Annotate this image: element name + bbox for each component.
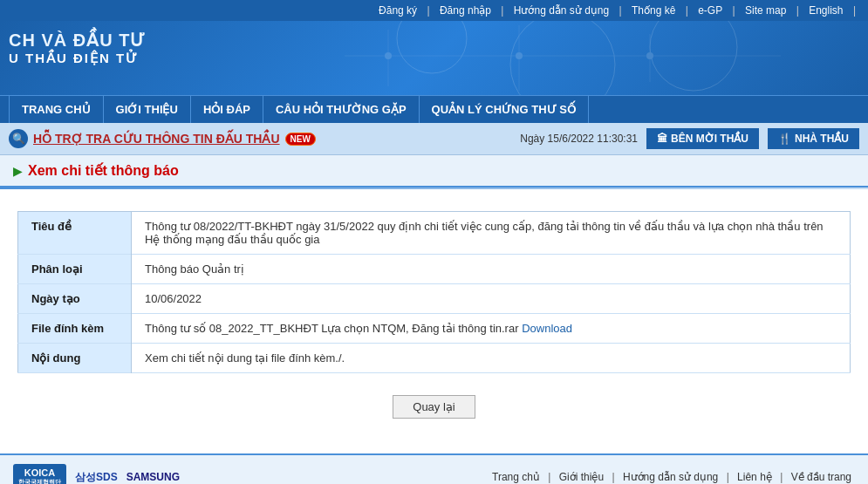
download-link[interactable]: Download: [522, 322, 572, 335]
nav-gioi-thieu[interactable]: GIỚI THIỆU: [104, 96, 191, 123]
value-tieu-de: Thông tư 08/2022/TT-BKHĐT ngày 31/5/2022…: [132, 212, 851, 255]
logo-line1: CH VÀ ĐẦU TƯ: [9, 30, 146, 51]
main-navigation: TRANG CHỦ GIỚI THIỆU HỎI ĐÁP CÂU HỎI THƯ…: [0, 95, 868, 123]
nav-cau-hoi[interactable]: CÂU HỎI THƯỜNG GẶP: [263, 96, 420, 123]
value-noi-dung: Xem chi tiết nội dung tại file đính kèm.…: [132, 344, 851, 373]
table-row: Phân loại Thông báo Quản trị: [18, 255, 851, 284]
label-file-dinh-kem: File đính kèm: [18, 314, 132, 344]
search-icon: 🔍: [9, 129, 28, 148]
button-row: Quay lại: [17, 395, 851, 419]
search-bar: 🔍 HỖ TRỢ TRA CỨU THÔNG TIN ĐẤU THẦU NEW …: [0, 123, 868, 155]
svg-point-8: [516, 52, 523, 59]
samsung-sds-logo: 삼성SDS: [75, 470, 118, 485]
value-ngay-tao: 10/06/2022: [132, 284, 851, 314]
nav-huong-dan[interactable]: Hướng dẫn sử dụng: [514, 4, 609, 17]
nav-hoi-dap[interactable]: HỎI ĐÁP: [191, 96, 263, 123]
title-divider: [0, 187, 868, 189]
svg-point-0: [397, 21, 467, 73]
footer-logos: KOICA 한국국제협력단 삼성SDS SAMSUNG: [13, 464, 180, 484]
header-bg-decoration: [257, 21, 868, 95]
btn-nha-thau[interactable]: 🍴 NHÀ THẦU: [768, 128, 859, 149]
label-phan-loai: Phân loại: [18, 255, 132, 284]
new-badge: NEW: [285, 133, 316, 146]
footer-nav-lien-he[interactable]: Liên hệ: [737, 471, 772, 483]
table-row: Tiêu đề Thông tư 08/2022/TT-BKHĐT ngày 3…: [18, 212, 851, 255]
nav-thong-ke[interactable]: Thống kê: [632, 4, 675, 17]
label-ngay-tao: Ngày tạo: [18, 284, 132, 314]
nav-dang-ky[interactable]: Đăng ký: [379, 4, 417, 17]
table-row: File đính kèm Thông tư số 08_2022_TT_BKH…: [18, 314, 851, 344]
nav-trang-chu[interactable]: TRANG CHỦ: [9, 96, 104, 123]
nav-egp[interactable]: e-GP: [698, 4, 722, 17]
samsung-logo: SAMSUNG: [126, 471, 180, 483]
nav-sitemap[interactable]: Site map: [745, 4, 786, 17]
search-right: Ngày 15/6/2022 11:30:31 🏛 BÊN MỜI THẦU 🍴…: [520, 128, 859, 149]
table-row: Nội dung Xem chi tiết nội dung tại file …: [18, 344, 851, 373]
search-label[interactable]: HỖ TRỢ TRA CỨU THÔNG TIN ĐẤU THẦU: [33, 132, 280, 146]
logo-line2: U THẦU ĐIỆN TỬ: [9, 51, 146, 66]
search-left: 🔍 HỖ TRỢ TRA CỨU THÔNG TIN ĐẤU THẦU NEW: [9, 129, 316, 148]
label-tieu-de: Tiêu đề: [18, 212, 132, 255]
footer-nav-gioi-thieu[interactable]: Giới thiệu: [559, 471, 604, 483]
koica-logo: KOICA 한국국제협력단: [13, 464, 66, 484]
footer-nav-huong-dan[interactable]: Hướng dẫn sử dụng: [623, 471, 718, 483]
arrow-right-icon: ▶: [13, 164, 23, 178]
footer-navigation: Trang chủ | Giới thiệu | Hướng dẫn sử dụ…: [489, 471, 855, 483]
flag-icon: 🏛: [657, 133, 667, 145]
fork-icon: 🍴: [778, 133, 791, 145]
svg-point-9: [646, 52, 653, 59]
svg-point-1: [510, 21, 615, 95]
top-navigation: Đăng ký | Đăng nhập | Hướng dẫn sử dụng …: [0, 0, 868, 21]
value-file-dinh-kem: Thông tư số 08_2022_TT_BKHĐT Lựa chọn NT…: [132, 314, 851, 344]
page-title: Xem chi tiết thông báo: [28, 162, 179, 179]
label-noi-dung: Nội dung: [18, 344, 132, 373]
detail-table: Tiêu đề Thông tư 08/2022/TT-BKHĐT ngày 3…: [17, 211, 851, 373]
svg-point-7: [385, 52, 392, 59]
nav-dang-nhap[interactable]: Đăng nhập: [440, 4, 491, 17]
site-header: CH VÀ ĐẦU TƯ U THẦU ĐIỆN TỬ: [0, 21, 868, 95]
value-phan-loai: Thông báo Quản trị: [132, 255, 851, 284]
footer-nav-trang-chu[interactable]: Trang chủ: [492, 471, 540, 483]
main-content: Tiêu đề Thông tư 08/2022/TT-BKHĐT ngày 3…: [0, 198, 868, 453]
nav-chung-thu-so[interactable]: QUẢN LÝ CHỨNG THƯ SỐ: [420, 96, 589, 123]
page-title-bar: ▶ Xem chi tiết thông báo: [0, 155, 868, 187]
datetime: Ngày 15/6/2022 11:30:31: [520, 133, 638, 145]
footer-nav-ve-dau-trang[interactable]: Về đầu trang: [791, 471, 851, 483]
file-name: Thông tư số 08_2022_TT_BKHĐT Lựa chọn NT…: [145, 322, 519, 335]
table-row: Ngày tạo 10/06/2022: [18, 284, 851, 314]
nav-english[interactable]: English: [809, 4, 843, 17]
site-logo: CH VÀ ĐẦU TƯ U THẦU ĐIỆN TỬ: [9, 30, 146, 66]
quay-lai-button[interactable]: Quay lại: [393, 395, 475, 419]
site-footer: KOICA 한국국제협력단 삼성SDS SAMSUNG Trang chủ | …: [0, 453, 868, 484]
btn-ben-moi-thau[interactable]: 🏛 BÊN MỜI THẦU: [646, 128, 759, 149]
